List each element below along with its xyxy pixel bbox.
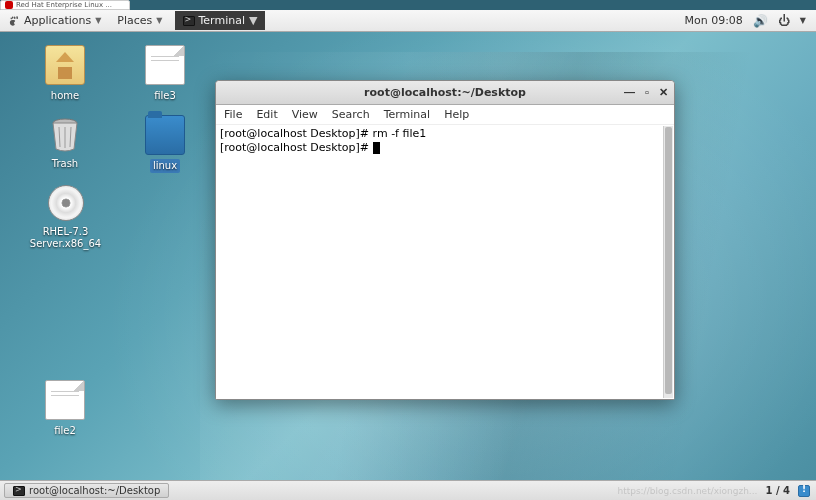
clock[interactable]: Mon 09:08 bbox=[684, 14, 742, 27]
window-titlebar[interactable]: root@localhost:~/Desktop — ▫ ✕ bbox=[216, 81, 674, 105]
user-menu-chevron-icon[interactable]: ▼ bbox=[800, 16, 806, 25]
trash-icon bbox=[25, 115, 105, 157]
menu-edit[interactable]: Edit bbox=[256, 108, 277, 121]
redhat-favicon bbox=[5, 1, 13, 9]
workspace-indicator[interactable]: 1 / 4 bbox=[765, 485, 790, 496]
desktop-icon-label: linux bbox=[150, 159, 180, 173]
desktop-icon-file2[interactable]: file2 bbox=[25, 380, 105, 438]
file-icon bbox=[145, 45, 185, 85]
bottom-panel: root@localhost:~/Desktop https://blog.cs… bbox=[0, 480, 816, 500]
minimize-button[interactable]: — bbox=[624, 86, 635, 99]
close-button[interactable]: ✕ bbox=[659, 86, 668, 99]
desktop-icon-rhel-disc[interactable]: RHEL-7.3 Server.x86_64 bbox=[18, 185, 113, 251]
chevron-down-icon: ▼ bbox=[95, 16, 101, 25]
power-icon[interactable]: ⏻ bbox=[778, 14, 790, 28]
desktop-icon-trash[interactable]: Trash bbox=[25, 115, 105, 171]
command-text: rm -f file1 bbox=[369, 127, 426, 140]
active-app-indicator[interactable]: Terminal ▼ bbox=[175, 11, 266, 30]
desktop-icon-label: file3 bbox=[152, 89, 178, 103]
terminal-icon bbox=[183, 16, 195, 26]
desktop-icon-label: RHEL-7.3 Server.x86_64 bbox=[18, 225, 113, 251]
top-panel: Applications ▼ Places ▼ Terminal ▼ Mon 0… bbox=[0, 10, 816, 32]
gnome-foot-icon bbox=[8, 15, 20, 27]
taskbar-item-terminal[interactable]: root@localhost:~/Desktop bbox=[4, 483, 169, 498]
desktop-icon-home[interactable]: home bbox=[25, 45, 105, 103]
folder-icon bbox=[145, 115, 185, 155]
applications-label: Applications bbox=[24, 14, 91, 27]
panel-left: Applications ▼ Places ▼ Terminal ▼ bbox=[0, 11, 265, 30]
prompt: [root@localhost Desktop]# bbox=[220, 127, 369, 140]
chevron-down-icon: ▼ bbox=[156, 16, 162, 25]
desktop-icon-label: home bbox=[49, 89, 81, 103]
menu-help[interactable]: Help bbox=[444, 108, 469, 121]
panel-right: Mon 09:08 🔊 ⏻ ▼ bbox=[684, 14, 816, 28]
file-icon bbox=[45, 380, 85, 420]
volume-icon[interactable]: 🔊 bbox=[753, 14, 768, 28]
desktop-icon-linux-folder[interactable]: linux bbox=[125, 115, 205, 173]
taskbar-item-label: root@localhost:~/Desktop bbox=[29, 485, 160, 496]
terminal-scrollbar[interactable] bbox=[663, 126, 673, 398]
desktop-icon-file3[interactable]: file3 bbox=[125, 45, 205, 103]
text-cursor bbox=[373, 142, 380, 154]
applications-menu[interactable]: Applications ▼ bbox=[0, 11, 109, 30]
menu-terminal[interactable]: Terminal bbox=[384, 108, 431, 121]
home-folder-icon bbox=[45, 45, 85, 85]
bottom-panel-right: https://blog.csdn.net/xiongzh... 1 / 4 bbox=[617, 485, 816, 497]
prompt: [root@localhost Desktop]# bbox=[220, 141, 369, 154]
terminal-body[interactable]: [root@localhost Desktop]# rm -f file1 [r… bbox=[216, 125, 674, 399]
disc-icon bbox=[48, 185, 84, 221]
menu-view[interactable]: View bbox=[292, 108, 318, 121]
window-title: root@localhost:~/Desktop bbox=[364, 86, 526, 99]
scrollbar-thumb[interactable] bbox=[665, 127, 672, 394]
maximize-button[interactable]: ▫ bbox=[645, 86, 649, 99]
window-controls: — ▫ ✕ bbox=[624, 86, 668, 99]
terminal-menubar: File Edit View Search Terminal Help bbox=[216, 105, 674, 125]
desktop-icon-label: file2 bbox=[52, 424, 78, 438]
menu-file[interactable]: File bbox=[224, 108, 242, 121]
places-label: Places bbox=[117, 14, 152, 27]
places-menu[interactable]: Places ▼ bbox=[109, 11, 170, 30]
terminal-icon bbox=[13, 486, 25, 496]
active-app-label: Terminal bbox=[199, 14, 246, 27]
menu-search[interactable]: Search bbox=[332, 108, 370, 121]
chevron-down-icon: ▼ bbox=[249, 14, 257, 27]
browser-tab-title: Red Hat Enterprise Linux ... bbox=[16, 1, 112, 9]
notification-icon[interactable] bbox=[798, 485, 810, 497]
terminal-window[interactable]: root@localhost:~/Desktop — ▫ ✕ File Edit… bbox=[215, 80, 675, 400]
watermark-text: https://blog.csdn.net/xiongzh... bbox=[617, 486, 757, 496]
desktop-icon-label: Trash bbox=[50, 157, 80, 171]
browser-tab: Red Hat Enterprise Linux ... bbox=[0, 0, 130, 10]
